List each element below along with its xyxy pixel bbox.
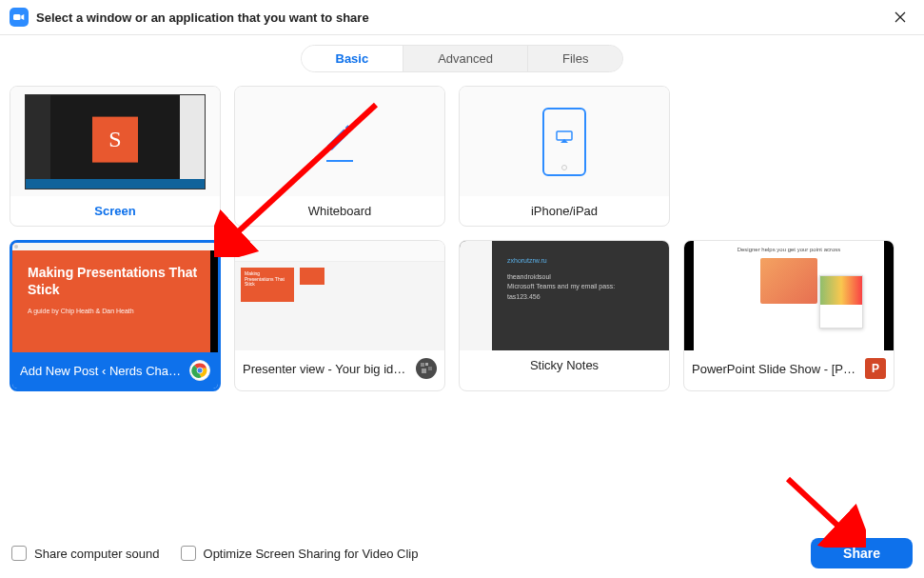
svg-rect-8 <box>428 367 432 370</box>
screen-preview: S <box>10 87 220 196</box>
svg-rect-5 <box>421 363 424 367</box>
tab-basic[interactable]: Basic <box>302 46 404 71</box>
tab-advanced[interactable]: Advanced <box>403 46 528 71</box>
tile-label: Whiteboard <box>243 204 437 218</box>
chrome-icon <box>189 360 210 381</box>
titlebar: Select a window or an application that y… <box>0 0 924 35</box>
tile-label: Add New Post ‹ Nerds Chalk — ... <box>20 364 182 378</box>
checkbox-icon <box>11 546 27 561</box>
tile-label: iPhone/iPad <box>467 204 661 218</box>
tile-label: PowerPoint Slide Show - [Present... <box>692 362 857 376</box>
sticky-preview: zxhorutzrw.ru theandroidsoul Microsoft T… <box>460 241 669 350</box>
tile-label: Sticky Notes <box>467 358 661 372</box>
tabs: Basic Advanced Files <box>301 45 624 72</box>
share-button[interactable]: Share <box>811 538 913 568</box>
svg-rect-7 <box>422 369 426 373</box>
footer: Share computer sound Optimize Screen Sha… <box>0 528 924 578</box>
tile-screen[interactable]: S Screen <box>10 86 221 227</box>
chrome-preview: Making Presentations That Stick A guide … <box>12 243 218 352</box>
tile-label: Presenter view - Your big idea - G... <box>243 362 408 376</box>
tabs-row: Basic Advanced Files <box>0 35 924 86</box>
airplay-icon <box>556 130 573 147</box>
tile-chrome-window[interactable]: Making Presentations That Stick A guide … <box>10 240 221 391</box>
tile-whiteboard[interactable]: Whiteboard <box>234 86 445 227</box>
zoom-app-icon <box>10 8 29 27</box>
svg-rect-6 <box>425 363 428 366</box>
phone-icon <box>542 108 586 176</box>
tab-files[interactable]: Files <box>528 46 622 71</box>
powerpoint-icon: P <box>865 358 886 379</box>
svg-rect-1 <box>557 131 572 140</box>
svg-rect-0 <box>13 14 21 20</box>
tile-iphone-ipad[interactable]: iPhone/iPad <box>459 86 670 227</box>
tile-powerpoint[interactable]: Designer helps you get your point across… <box>683 240 895 391</box>
content-area: S Screen Whiteboard <box>0 86 924 429</box>
close-icon <box>895 11 906 23</box>
tile-presenter-view[interactable]: Making Presentations That Stick Presente… <box>234 240 445 391</box>
tile-label: Screen <box>18 204 212 218</box>
powerpoint-preview: Designer helps you get your point across <box>684 241 894 350</box>
checkbox-label: Optimize Screen Sharing for Video Clip <box>204 547 419 561</box>
tile-sticky-notes[interactable]: zxhorutzrw.ru theandroidsoul Microsoft T… <box>459 240 670 391</box>
share-options-grid: S Screen Whiteboard <box>10 86 914 391</box>
window-title: Select a window or an application that y… <box>36 10 886 25</box>
checkbox-optimize-video[interactable]: Optimize Screen Sharing for Video Clip <box>181 546 419 561</box>
checkbox-share-sound[interactable]: Share computer sound <box>11 546 160 561</box>
svg-line-10 <box>788 479 845 532</box>
whiteboard-preview <box>235 87 444 196</box>
app-icon-generic <box>416 358 437 379</box>
checkbox-label: Share computer sound <box>34 547 160 561</box>
pencil-icon <box>324 121 356 162</box>
checkbox-icon <box>181 546 196 561</box>
iphone-preview <box>460 87 669 196</box>
close-button[interactable] <box>886 6 914 29</box>
presenter-preview: Making Presentations That Stick <box>235 241 444 350</box>
